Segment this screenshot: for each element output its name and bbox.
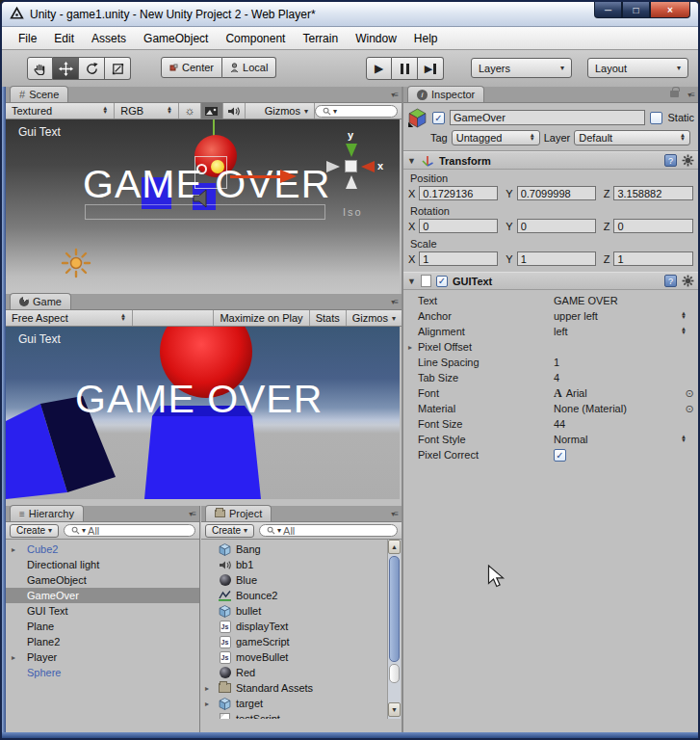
project-item-standard-assets[interactable]: ▸ Standard Assets bbox=[201, 680, 387, 696]
layers-dropdown[interactable]: Layers ▾ bbox=[471, 58, 572, 78]
rotate-tool-button[interactable] bbox=[79, 57, 105, 80]
object-picker-icon[interactable]: ⊙ bbox=[681, 387, 698, 400]
tab-scene[interactable]: # Scene bbox=[10, 86, 68, 102]
menu-assets[interactable]: Assets bbox=[83, 32, 135, 45]
hierarchy-item-plane2[interactable]: Plane2 bbox=[6, 634, 199, 649]
scene-lighting-toggle[interactable]: ☼ bbox=[179, 103, 201, 119]
help-icon[interactable]: ? bbox=[664, 154, 677, 167]
color-channel-dropdown[interactable]: RGB ▲▼ bbox=[115, 103, 179, 119]
expand-icon[interactable]: ▸ bbox=[205, 684, 209, 693]
space-local-button[interactable]: Local bbox=[222, 57, 276, 78]
guitext-material-row[interactable]: Material None (Material) ⊙ bbox=[403, 401, 698, 416]
guitext-font-style-row[interactable]: Font Style Normal ▲▼ bbox=[403, 432, 698, 447]
axis-x-cone[interactable] bbox=[361, 161, 375, 172]
game-gizmos-dropdown[interactable]: Gizmos ▾ bbox=[347, 310, 402, 326]
guitext-tab-size-row[interactable]: Tab Size 4 bbox=[403, 370, 698, 385]
object-picker-icon[interactable]: ⊙ bbox=[681, 403, 698, 415]
menu-component[interactable]: Component bbox=[217, 32, 294, 45]
menu-file[interactable]: File bbox=[10, 32, 45, 45]
game-viewport[interactable]: Gui Text GAME OVER bbox=[6, 327, 400, 499]
rotation-z-field[interactable] bbox=[613, 219, 693, 233]
guitext-font-size-row[interactable]: Font Size 44 bbox=[403, 416, 698, 432]
project-item-bang[interactable]: Bang bbox=[201, 542, 387, 557]
maximize-on-play-toggle[interactable]: Maximize on Play bbox=[213, 310, 309, 326]
guitext-font-row[interactable]: Font AArial ⊙ bbox=[403, 385, 698, 401]
gear-icon[interactable] bbox=[682, 154, 694, 167]
guitext-alignment-row[interactable]: Alignment left ▲▼ bbox=[403, 324, 698, 339]
title-bar[interactable]: Unity - game1.unity - New Unity Project … bbox=[2, 2, 698, 27]
help-icon[interactable]: ? bbox=[664, 275, 677, 287]
move-gizmo-x-axis[interactable] bbox=[230, 175, 280, 178]
scene-gizmos-dropdown[interactable]: Gizmos ▾ bbox=[259, 103, 315, 119]
project-item-bullet[interactable]: bullet bbox=[201, 603, 387, 619]
directional-light-gizmo-icon[interactable] bbox=[60, 247, 92, 279]
guitext-pixel-correct-row[interactable]: Pixel Correct ✓ bbox=[403, 447, 698, 462]
project-item-gamescript[interactable]: Js gameScript bbox=[201, 634, 387, 649]
maximize-button[interactable]: □ bbox=[622, 2, 650, 18]
move-gizmo-x-arrow[interactable] bbox=[280, 170, 297, 183]
project-item-bb1[interactable]: bb1 bbox=[201, 557, 387, 572]
expand-icon[interactable]: ▸ bbox=[12, 545, 15, 554]
scene-skybox-toggle[interactable] bbox=[201, 103, 223, 119]
pixel-correct-checkbox[interactable]: ✓ bbox=[554, 449, 566, 462]
hierarchy-item-gameover[interactable]: GameOver bbox=[6, 588, 199, 603]
move-tool-button[interactable] bbox=[53, 57, 79, 80]
guitext-enabled-checkbox[interactable]: ✓ bbox=[436, 276, 448, 287]
guitext-text-row[interactable]: Text GAME OVER bbox=[403, 293, 698, 308]
stepper-icon[interactable]: ▲▼ bbox=[681, 312, 698, 320]
panel-menu-icon[interactable]: ▾≡ bbox=[391, 91, 398, 99]
rotation-y-field[interactable] bbox=[517, 219, 596, 233]
project-item-red[interactable]: Red bbox=[201, 665, 387, 680]
position-y-field[interactable] bbox=[517, 186, 596, 200]
project-create-button[interactable]: Create ▾ bbox=[205, 524, 254, 538]
expand-icon[interactable]: ▸ bbox=[408, 343, 412, 352]
tab-hierarchy[interactable]: ≡ Hierarchy bbox=[10, 505, 84, 521]
project-search-input[interactable]: ▾ All bbox=[259, 524, 398, 537]
layer-dropdown[interactable]: Default ▲▼ bbox=[574, 130, 690, 145]
expand-icon[interactable]: ▼ bbox=[407, 156, 416, 166]
stats-toggle[interactable]: Stats bbox=[310, 310, 347, 326]
guitext-line-spacing-row[interactable]: Line Spacing 1 bbox=[403, 355, 698, 370]
projection-mode-label[interactable]: Iso bbox=[343, 206, 363, 218]
expand-icon[interactable]: ▼ bbox=[407, 277, 416, 286]
project-item-target[interactable]: ▸ target bbox=[201, 696, 387, 711]
scroll-down-button[interactable]: ▼ bbox=[388, 702, 401, 717]
panel-menu-icon[interactable]: ▾≡ bbox=[391, 510, 398, 518]
project-item-testscript[interactable]: testScript bbox=[201, 711, 387, 719]
panel-menu-icon[interactable]: ▾≡ bbox=[189, 510, 195, 518]
menu-terrain[interactable]: Terrain bbox=[294, 32, 347, 45]
aspect-dropdown[interactable]: Free Aspect ▲▼ bbox=[6, 310, 133, 326]
project-item-bounce2[interactable]: Bounce2 bbox=[201, 588, 387, 603]
axis-neg-y-cone[interactable] bbox=[346, 175, 357, 189]
project-scrollbar[interactable]: ▲ ▼ bbox=[387, 540, 401, 719]
hierarchy-item-gameobject[interactable]: GameObject bbox=[6, 572, 199, 588]
scroll-up-button[interactable]: ▲ bbox=[388, 540, 401, 554]
position-x-field[interactable] bbox=[419, 186, 498, 200]
play-button[interactable]: ▶ bbox=[366, 57, 392, 80]
project-item-displaytext[interactable]: Js displayText bbox=[201, 619, 387, 634]
guitext-anchor-row[interactable]: Anchor upper left ▲▼ bbox=[403, 308, 698, 324]
axis-center-cube[interactable] bbox=[345, 160, 357, 172]
step-button[interactable]: ▶ bbox=[418, 57, 444, 80]
scale-y-field[interactable] bbox=[517, 251, 596, 266]
scene-viewport[interactable]: GAME OVER Gui Text y bbox=[6, 119, 400, 294]
hierarchy-item-plane[interactable]: Plane bbox=[6, 619, 199, 634]
scene-orientation-gizmo[interactable]: y x bbox=[320, 133, 387, 204]
project-item-movebullet[interactable]: Js moveBullet bbox=[201, 649, 387, 665]
expand-icon[interactable]: ▸ bbox=[205, 700, 209, 708]
minimize-button[interactable]: ─ bbox=[594, 2, 622, 18]
position-z-field[interactable] bbox=[613, 186, 693, 200]
hierarchy-create-button[interactable]: Create ▾ bbox=[10, 524, 59, 538]
axis-z-cone[interactable] bbox=[326, 161, 340, 172]
axis-y-cone[interactable] bbox=[346, 144, 357, 157]
expand-icon[interactable]: ▸ bbox=[12, 653, 15, 662]
rotation-x-field[interactable] bbox=[419, 219, 498, 233]
object-name-field[interactable] bbox=[450, 110, 645, 125]
pause-button[interactable] bbox=[392, 57, 418, 80]
guitext-header[interactable]: ▼ ✓ GUIText ? bbox=[403, 272, 698, 290]
tab-inspector[interactable]: i Inspector bbox=[407, 86, 484, 102]
active-checkbox[interactable]: ✓ bbox=[432, 112, 445, 124]
lock-icon[interactable] bbox=[670, 91, 679, 97]
menu-help[interactable]: Help bbox=[405, 32, 447, 45]
scale-tool-button[interactable] bbox=[105, 57, 131, 80]
